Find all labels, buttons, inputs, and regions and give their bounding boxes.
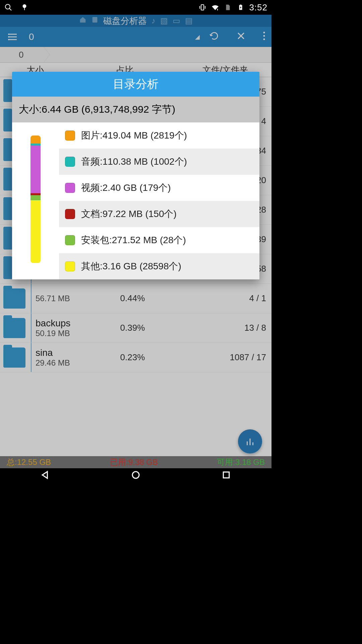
no-sim-icon xyxy=(224,3,232,12)
category-text: 文档:97.22 MB (150个) xyxy=(81,208,177,220)
color-swatch xyxy=(65,130,75,141)
category-row[interactable]: 其他:3.16 GB (28598个) xyxy=(59,253,259,279)
svg-rect-4 xyxy=(201,5,204,10)
category-text: 其他:3.16 GB (28598个) xyxy=(81,260,181,273)
color-swatch xyxy=(65,157,75,167)
status-clock: 3:52 xyxy=(249,2,267,13)
battery-charging-icon xyxy=(236,3,245,12)
recents-button[interactable] xyxy=(221,470,231,481)
category-row[interactable]: 图片:419.04 MB (2819个) xyxy=(59,122,259,149)
svg-rect-9 xyxy=(240,5,242,5)
category-text: 安装包:271.52 MB (28个) xyxy=(81,234,186,247)
wifi-icon xyxy=(211,3,220,12)
dialog-total-size: 大小:6.44 GB (6,913,748,992 字节) xyxy=(12,97,259,122)
color-swatch xyxy=(65,235,75,245)
back-button[interactable] xyxy=(40,470,50,481)
status-bar: 3:52 xyxy=(0,0,272,15)
color-swatch xyxy=(65,209,75,219)
bar-segment xyxy=(31,195,41,201)
vibrate-icon xyxy=(198,3,207,12)
category-list: 图片:419.04 MB (2819个)音频:110.38 MB (1002个)… xyxy=(59,122,259,279)
svg-point-0 xyxy=(5,4,10,9)
android-icon xyxy=(20,3,29,12)
search-icon xyxy=(4,3,13,12)
directory-analysis-dialog: 目录分析 大小:6.44 GB (6,913,748,992 字节) 图片:41… xyxy=(12,72,259,279)
dialog-title: 目录分析 xyxy=(12,72,259,97)
category-text: 图片:419.04 MB (2819个) xyxy=(81,129,187,142)
system-nav-bar xyxy=(0,468,272,483)
category-text: 音频:110.38 MB (1002个) xyxy=(81,155,187,168)
bar-segment xyxy=(31,200,41,263)
bar-segment xyxy=(31,136,41,144)
category-row[interactable]: 视频:2.40 GB (179个) xyxy=(59,175,259,201)
category-row[interactable]: 音频:110.38 MB (1002个) xyxy=(59,149,259,175)
home-button[interactable] xyxy=(131,470,141,481)
color-swatch xyxy=(65,183,75,193)
bar-segment xyxy=(31,146,41,193)
category-text: 视频:2.40 GB (179个) xyxy=(81,181,171,194)
svg-point-25 xyxy=(132,472,139,478)
svg-rect-26 xyxy=(223,472,229,478)
category-row[interactable]: 安装包:271.52 MB (28个) xyxy=(59,227,259,253)
svg-rect-7 xyxy=(217,9,218,10)
category-row[interactable]: 文档:97.22 MB (150个) xyxy=(59,201,259,227)
color-swatch xyxy=(65,261,75,271)
svg-line-1 xyxy=(9,8,11,10)
stacked-bar-chart xyxy=(12,122,59,279)
svg-rect-3 xyxy=(24,7,25,10)
